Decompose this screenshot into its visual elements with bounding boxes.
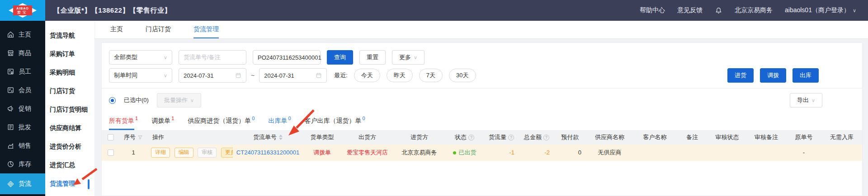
purchase-in-button[interactable]: 进货 — [727, 68, 754, 83]
sort-icon[interactable] — [279, 135, 283, 140]
chevron-down-icon: ∨ — [414, 55, 417, 60]
date-from-input[interactable]: 2024-07-31 — [179, 68, 246, 83]
member-icon — [7, 86, 14, 94]
more-actions-button[interactable]: 更多 — [221, 148, 233, 158]
tab-store-ordering[interactable]: 门店订货 — [146, 21, 171, 38]
shop-icon — [7, 49, 14, 57]
search-button[interactable]: 查询 — [327, 50, 353, 65]
recent-label: 最近: — [334, 71, 348, 79]
supplier-cell: 无供应商 — [586, 145, 633, 161]
chevron-down-icon: ∨ — [853, 8, 856, 13]
rail-item-sales[interactable]: 销售 — [0, 136, 45, 155]
sidebar-item-store-order-detail[interactable]: 门店订货明细 — [45, 100, 94, 119]
rail-item-logistics[interactable]: 货流 — [0, 173, 45, 194]
total-amount-cell: -2 — [519, 145, 554, 161]
sidebar-item-logistics-management[interactable]: 货流管理 — [45, 174, 94, 193]
export-button[interactable]: 导出 ∨ — [790, 93, 822, 107]
detail-button[interactable]: 详细 — [151, 148, 170, 158]
reset-button[interactable]: 重置 — [359, 50, 386, 65]
more-filters-button[interactable]: 更多 ∨ — [392, 50, 425, 65]
sender-cell: 爱宝零售天河店 — [341, 145, 393, 161]
orders-table: 序号 操作 货流单号 货单类型 出货方 进货方 状态? 货流量? 总金额? 预付… — [102, 130, 862, 161]
select-all-checkbox[interactable] — [108, 134, 114, 140]
edit-button[interactable]: 编辑 — [175, 148, 193, 158]
feedback-link[interactable]: 意见反馈 — [677, 6, 703, 14]
notification-bell-icon[interactable] — [715, 7, 722, 14]
order-no-input[interactable]: PO24073116253400001 — [253, 50, 321, 65]
secondary-nav-sidebar: 货流导航 采购订单 采购明细 门店订货 门店订货明细 供应商结算 进货价分析 进… — [45, 21, 95, 196]
logo-text-top: AIBAO — [16, 7, 29, 10]
table-header-row: 序号 操作 货流单号 货单类型 出货方 进货方 状态? 货流量? 总金额? 预付… — [102, 130, 862, 145]
tab-home[interactable]: 主页 — [110, 21, 123, 38]
workspace-title: 【企业版*】【138622】【零售行业】 — [53, 6, 171, 15]
rail-item-promotion[interactable]: 促销 — [0, 99, 45, 118]
rail-item-goods[interactable]: 商品 — [0, 44, 45, 62]
date-to-input[interactable]: 2024-07-31 — [259, 68, 327, 83]
order-number-link[interactable]: CT24073116331200001 — [236, 149, 299, 156]
table-row: 1 详细 编辑 审核 更多 CT24073116331200001 调拨单 爱宝… — [102, 145, 862, 161]
rail-item-home[interactable]: 主页 — [0, 25, 45, 44]
user-menu[interactable]: aibaols01（商户登录） ∨ — [785, 6, 856, 14]
help-icon[interactable]: ? — [543, 135, 549, 140]
sidebar-item-purchase-summary[interactable]: 进货汇总 — [45, 156, 94, 174]
primary-nav-rail: 主页 商品 员工 会员 促销 批发 销售 库存 货流 — [0, 21, 45, 196]
sidebar-item-purchase-detail[interactable]: 采购明细 — [45, 63, 94, 82]
sidebar-item-purchase-orders[interactable]: 采购订单 — [45, 45, 94, 63]
help-icon[interactable]: ? — [468, 135, 474, 140]
sidebar-item-store-ordering[interactable]: 门店订货 — [45, 82, 94, 100]
sidebar-item-purchase-price-analysis[interactable]: 进货价分析 — [45, 137, 94, 156]
chevron-down-icon: ∨ — [164, 55, 167, 60]
rail-item-wholesale[interactable]: 批发 — [0, 118, 45, 136]
sales-icon — [7, 142, 14, 149]
help-icon[interactable]: ? — [508, 135, 514, 140]
row-index: 1 — [120, 145, 147, 161]
receiver-cell: 北京京易商务 — [393, 145, 445, 161]
active-menu-indicator — [88, 179, 90, 189]
date-range-separator: ~ — [251, 72, 255, 79]
transfer-button[interactable]: 调拨 — [760, 68, 786, 83]
subtab-outbound-orders[interactable]: 出库单0 — [268, 116, 291, 130]
time-type-select[interactable]: 制单时间 ∨ — [109, 68, 172, 83]
help-center-link[interactable]: 帮助中心 — [640, 6, 665, 14]
subtab-all-orders[interactable]: 所有货单1 — [109, 116, 138, 130]
subtab-customer-outbound-orders[interactable]: 客户出库（退货）单0 — [305, 116, 365, 130]
tab-logistics-management[interactable]: 货流管理 — [193, 21, 219, 38]
subtab-transfer-orders[interactable]: 调拨单1 — [151, 116, 174, 130]
quick-range-yesterday[interactable]: 昨天 — [387, 69, 413, 82]
sidebar-item-supplier-settlement[interactable]: 供应商结算 — [45, 119, 94, 137]
audit-button[interactable]: 审核 — [198, 148, 217, 158]
subtab-count-badge: 1 — [135, 116, 138, 121]
selected-count-label: 已选中(0) — [124, 96, 149, 104]
logistics-icon — [7, 180, 14, 188]
quick-range-7days[interactable]: 7天 — [419, 69, 443, 82]
outbound-button[interactable]: 出库 — [793, 68, 819, 83]
inventory-icon — [7, 160, 14, 168]
audit-remark-cell — [746, 145, 786, 161]
calendar-icon — [316, 72, 322, 79]
staff-icon — [7, 68, 14, 75]
order-type-subtabs: 所有货单1 调拨单1 供应商进货（退货）单0 出库单0 客户出库（退货）单0 — [102, 112, 862, 130]
quick-range-30days[interactable]: 30天 — [449, 69, 476, 82]
column-filter-icon[interactable] — [137, 135, 143, 140]
type-select[interactable]: 全部类型 ∨ — [109, 50, 172, 65]
chevron-down-icon: ∨ — [811, 98, 815, 103]
quick-range-today[interactable]: 今天 — [354, 69, 380, 82]
rail-item-staff[interactable]: 员工 — [0, 62, 45, 81]
prepaid-cell: 0 — [554, 145, 586, 161]
sidebar-item-logistics-nav[interactable]: 货流导航 — [45, 26, 94, 45]
app-logo: AIBAO 爱宝 — [0, 0, 45, 21]
rail-item-members[interactable]: 会员 — [0, 81, 45, 99]
logo-text-bottom: 爱宝 — [17, 11, 28, 14]
original-no-cell: - — [786, 145, 821, 161]
keyword-input[interactable]: 货流单号/备注 — [179, 50, 246, 65]
remark-cell — [676, 145, 708, 161]
batch-operation-button[interactable]: 批量操作 ∨ — [157, 93, 201, 107]
selection-toolbar: 已选中(0) 批量操作 ∨ 导出 ∨ — [102, 89, 862, 112]
subtab-supplier-purchase-orders[interactable]: 供应商进货（退货）单0 — [188, 116, 255, 130]
rail-item-inventory[interactable]: 库存 — [0, 155, 45, 173]
subtab-count-badge: 0 — [252, 116, 255, 121]
row-checkbox[interactable] — [108, 149, 114, 156]
chevron-down-icon: ∨ — [164, 73, 167, 78]
selected-radio[interactable] — [109, 97, 116, 104]
company-name[interactable]: 北京京易商务 — [735, 6, 773, 14]
